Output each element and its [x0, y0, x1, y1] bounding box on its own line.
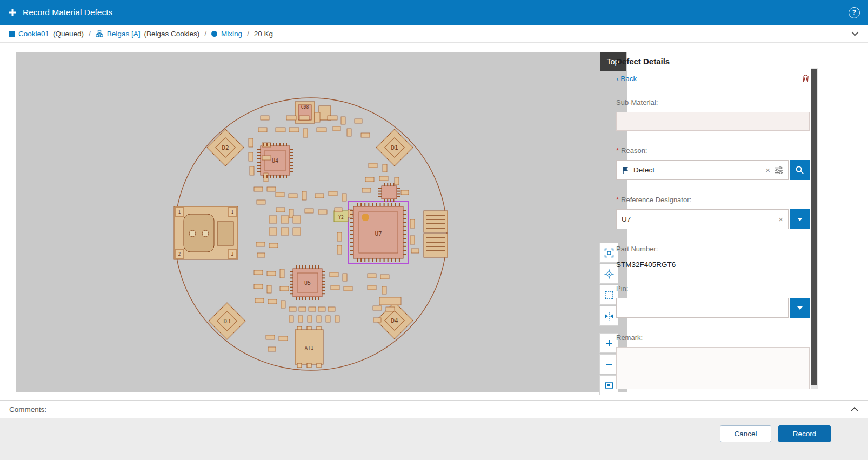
pcb-viewer[interactable]: D2D1D3D4U4U7U5AT1Y2C081123 Top: [16, 52, 627, 392]
pcb-label: D3: [223, 318, 230, 325]
mirror-icon: [604, 311, 614, 321]
chevron-up-icon: [850, 406, 859, 412]
pcb-label: AT1: [305, 345, 313, 351]
caret-down-icon: [797, 218, 803, 221]
back-link[interactable]: ‹ Back: [616, 75, 637, 83]
breadcrumb-flow-desc: (Belgas Cookies): [144, 30, 199, 38]
center-target-button[interactable]: [599, 264, 618, 284]
back-label: Back: [620, 75, 637, 83]
defect-details-panel: Defect Details ‹ Back Sub-Material: *Rea…: [616, 57, 810, 391]
comments-collapse-button[interactable]: [850, 406, 859, 412]
page-title: Record Material Defects: [23, 8, 112, 17]
comments-label: Comments:: [9, 405, 46, 414]
pcb-label: 3: [231, 252, 234, 257]
chevron-left-icon: ‹: [616, 75, 619, 83]
breadcrumb-step[interactable]: Mixing: [221, 30, 242, 38]
main-area: D2D1D3D4U4U7U5AT1Y2C081123 Top: [0, 43, 868, 400]
remark-textarea[interactable]: [616, 347, 810, 389]
search-icon: [795, 165, 804, 175]
part-number-label: Part Number:: [616, 245, 810, 253]
header: Record Material Defects ?: [0, 0, 868, 25]
required-marker: *: [616, 196, 619, 204]
zoom-in-icon: [604, 338, 614, 348]
reason-value: Defect: [633, 166, 655, 174]
reason-search-button[interactable]: [790, 160, 810, 180]
help-icon[interactable]: ?: [849, 7, 860, 18]
zoom-in-button[interactable]: [599, 333, 618, 353]
comments-bar: Comments:: [0, 400, 868, 418]
record-material-defects-window: Record Material Defects ? Cookie01 (Queu…: [0, 0, 868, 460]
delete-trash-icon[interactable]: [802, 74, 810, 83]
material-icon: [9, 31, 15, 37]
breadcrumb-material[interactable]: Cookie01: [18, 30, 49, 38]
sub-material-label: Sub-Material:: [616, 98, 810, 106]
flow-icon: [96, 30, 103, 37]
record-button[interactable]: Record: [778, 425, 831, 442]
breadcrumb: Cookie01 (Queued) / Belgas [A] (Belgas C…: [0, 25, 868, 43]
footer-actions: Cancel Record: [0, 418, 868, 460]
collapse-breadcrumb-button[interactable]: [851, 31, 859, 36]
step-icon: [211, 31, 217, 37]
plus-icon: [8, 8, 17, 17]
zoom-out-button[interactable]: [599, 354, 618, 374]
sub-material-input[interactable]: [616, 112, 810, 131]
flag-icon: [622, 166, 629, 175]
pin-label: Pin:: [616, 284, 810, 292]
pcb-label: 1: [178, 210, 181, 215]
pcb-label: U7: [375, 230, 382, 237]
viewer-toolbar: [599, 243, 618, 396]
region-select-button[interactable]: [599, 285, 618, 305]
pin-field[interactable]: [616, 298, 789, 318]
clear-icon[interactable]: ×: [778, 215, 783, 223]
remark-label: Remark:: [616, 334, 810, 342]
breadcrumb-material-state: (Queued): [53, 30, 84, 38]
pcb-label: D1: [391, 144, 398, 151]
options-sliders-icon[interactable]: [774, 166, 783, 175]
fit-view-button[interactable]: [599, 243, 618, 263]
crosshair-icon: [604, 269, 614, 279]
breadcrumb-quantity: 20 Kg: [254, 30, 273, 38]
reference-designator-value: U7: [622, 215, 631, 223]
reason-label: *Reason:: [616, 146, 810, 155]
pcb-label: U4: [272, 158, 278, 164]
breadcrumb-separator: /: [247, 30, 249, 38]
mirror-flip-button[interactable]: [599, 306, 618, 326]
clear-icon[interactable]: ×: [765, 166, 770, 174]
reference-designator-dropdown-button[interactable]: [790, 209, 810, 229]
zoom-window-icon: [604, 381, 614, 390]
fit-view-icon: [604, 248, 614, 258]
region-select-icon: [604, 290, 614, 300]
pcb-label: D2: [222, 144, 229, 151]
zoom-out-icon: [604, 359, 614, 369]
pcb-label: 1: [231, 210, 234, 215]
cancel-button[interactable]: Cancel: [720, 425, 771, 442]
breadcrumb-flow[interactable]: Belgas [A]: [107, 30, 141, 38]
pcb-connector-left: [174, 206, 238, 259]
vertical-scrollbar[interactable]: [811, 68, 818, 389]
reference-designator-label: *Reference Designator:: [616, 196, 810, 204]
breadcrumb-separator: /: [204, 30, 206, 38]
scrollbar-thumb[interactable]: [811, 69, 817, 385]
reference-designator-field[interactable]: U7 ×: [616, 209, 789, 229]
pin1-marker: [362, 214, 369, 221]
pcb-label: U5: [304, 280, 311, 286]
zoom-window-button[interactable]: [599, 375, 618, 395]
pcb-label: 2: [178, 252, 181, 257]
pin-dropdown-button[interactable]: [790, 298, 810, 318]
required-marker: *: [616, 146, 619, 155]
pcb-label: C08: [301, 105, 309, 110]
part-number-value: STM32F405RGT6: [616, 261, 810, 269]
chevron-down-icon: [851, 31, 859, 36]
pcb-ic-boot: [382, 186, 397, 199]
caret-down-icon: [797, 306, 803, 310]
breadcrumb-separator: /: [89, 30, 91, 38]
pcb-label: Y2: [338, 215, 344, 220]
pcb-connector-right: [424, 211, 448, 257]
pcb-board[interactable]: D2D1D3D4U4U7U5AT1Y2C081123: [16, 52, 627, 392]
reason-field[interactable]: Defect ×: [616, 160, 789, 180]
panel-title: Defect Details: [616, 57, 810, 66]
pcb-label: D4: [391, 317, 398, 324]
